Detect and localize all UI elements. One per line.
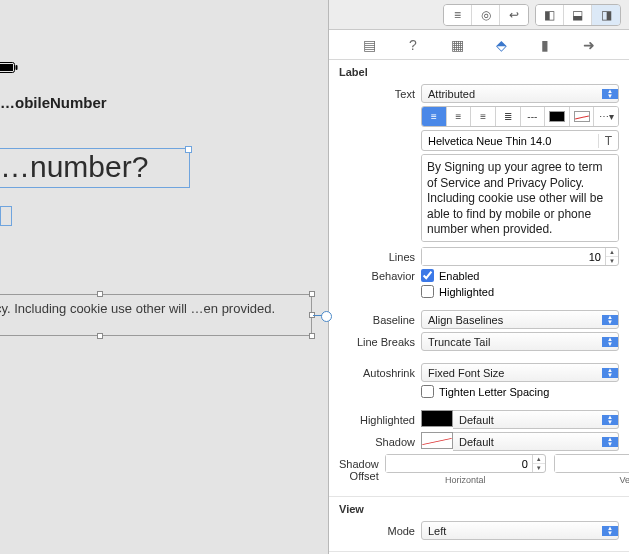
- tighten-checkbox[interactable]: Tighten Letter Spacing: [421, 385, 619, 398]
- left-pane-icon[interactable]: ◧: [536, 5, 564, 25]
- text-alignment-segment[interactable]: ≡ ≡ ≡ ≣ --- ⋯▾: [421, 106, 619, 127]
- scene-title: …obileNumber: [0, 94, 107, 111]
- shadow-v-stepper[interactable]: ▲▼: [554, 454, 629, 473]
- view-section: View Mode Left: [329, 497, 629, 552]
- popup-caret-icon: [602, 89, 618, 99]
- align-right-icon[interactable]: ≡: [471, 107, 496, 126]
- align-natural-icon[interactable]: ---: [521, 107, 546, 126]
- font-field[interactable]: Helvetica Neue Thin 14.0 T: [421, 130, 619, 151]
- lines-stepper[interactable]: ▲▼: [421, 247, 619, 266]
- align-justify-icon[interactable]: ≣: [496, 107, 521, 126]
- assistant-editor-icon[interactable]: ◎: [472, 5, 500, 25]
- version-editor-icon[interactable]: ↩: [500, 5, 528, 25]
- battery-icon: [0, 62, 18, 73]
- bg-color-swatch[interactable]: [570, 107, 595, 126]
- constraint-connector[interactable]: [313, 315, 327, 316]
- baseline-label: Baseline: [339, 314, 415, 326]
- view-section-title: View: [339, 503, 619, 515]
- align-center-icon[interactable]: ≡: [447, 107, 472, 126]
- text-color-swatch[interactable]: [545, 107, 570, 126]
- svg-rect-2: [16, 65, 18, 70]
- autoshrink-label: Autoshrink: [339, 367, 415, 379]
- content-mode-popup[interactable]: Left: [421, 521, 619, 540]
- small-selection-box[interactable]: [0, 206, 12, 226]
- highlighted-color-swatch[interactable]: [421, 410, 453, 427]
- align-left-icon[interactable]: ≡: [422, 107, 447, 126]
- headline-label[interactable]: …number?: [0, 150, 148, 184]
- autoshrink-popup[interactable]: Fixed Font Size: [421, 363, 619, 382]
- file-inspector-icon[interactable]: ▤: [356, 32, 382, 58]
- text-label: Text: [339, 88, 415, 100]
- pane-visibility-segment[interactable]: ◧ ⬓ ◨: [535, 4, 621, 26]
- size-inspector-icon[interactable]: ▮: [532, 32, 558, 58]
- shadow-label: Shadow: [339, 436, 415, 448]
- svg-rect-1: [0, 64, 13, 71]
- editor-mode-segment[interactable]: ≡ ◎ ↩: [443, 4, 529, 26]
- attributed-text-textarea[interactable]: [421, 154, 619, 242]
- connections-inspector-icon[interactable]: ➜: [576, 32, 602, 58]
- lines-input[interactable]: [422, 248, 605, 265]
- enabled-checkbox[interactable]: Enabled: [421, 269, 619, 282]
- inspector-panel: ▤ ? ▦ ⬘ ▮ ➜ Label Text Attributed: [329, 0, 629, 554]
- shadow-h-stepper[interactable]: ▲▼: [385, 454, 546, 473]
- behavior-label: Behavior: [339, 270, 415, 282]
- attributes-inspector-icon[interactable]: ⬘: [488, 32, 514, 58]
- mode-label: Mode: [339, 525, 415, 537]
- right-pane-icon[interactable]: ◨: [592, 5, 620, 25]
- highlighted-checkbox[interactable]: Highlighted: [421, 285, 619, 298]
- standard-editor-icon[interactable]: ≡: [444, 5, 472, 25]
- shadow-color-popup[interactable]: Default: [453, 432, 619, 451]
- bottom-pane-icon[interactable]: ⬓: [564, 5, 592, 25]
- more-text-options-icon[interactable]: ⋯▾: [594, 107, 618, 126]
- font-picker-icon[interactable]: T: [598, 134, 618, 148]
- baseline-popup[interactable]: Align Baselines: [421, 310, 619, 329]
- label-section-title: Label: [339, 66, 619, 78]
- lines-label: Lines: [339, 251, 415, 263]
- selected-label[interactable]: …nd Privacy Policy. Including cookie use…: [0, 296, 308, 322]
- linebreaks-label: Line Breaks: [339, 336, 415, 348]
- highlighted-color-popup[interactable]: Default: [453, 410, 619, 429]
- text-type-popup[interactable]: Attributed: [421, 84, 619, 103]
- shadow-offset-label: Shadow Offset: [339, 458, 379, 482]
- identity-inspector-icon[interactable]: ▦: [444, 32, 470, 58]
- linebreaks-popup[interactable]: Truncate Tail: [421, 332, 619, 351]
- quickhelp-inspector-icon[interactable]: ?: [400, 32, 426, 58]
- highlighted-color-label: Highlighted: [339, 414, 415, 426]
- interface-builder-canvas[interactable]: …obileNumber …number? …nd Privacy Policy…: [0, 0, 329, 554]
- inspector-tabs[interactable]: ▤ ? ▦ ⬘ ▮ ➜: [329, 30, 629, 60]
- shadow-color-swatch[interactable]: [421, 432, 453, 449]
- label-section: Label Text Attributed ≡ ≡ ≡: [329, 60, 629, 497]
